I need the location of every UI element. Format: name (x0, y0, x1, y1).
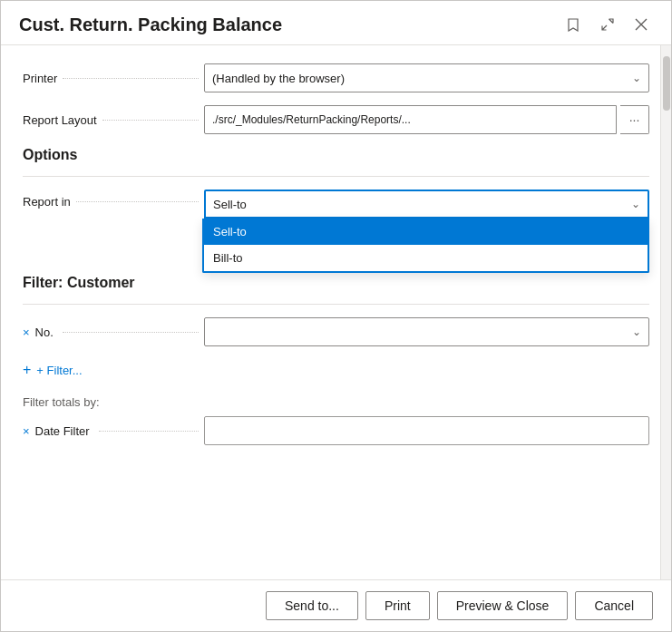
add-filter-icon: + (23, 363, 31, 377)
date-filter-row: × Date Filter (23, 416, 649, 445)
dialog: Cust. Return. Packing Balance (0, 0, 672, 632)
date-filter-input[interactable] (204, 416, 649, 445)
no-filter-chevron-icon: ⌄ (632, 326, 641, 338)
scrollbar-thumb (663, 56, 670, 111)
dotted-separator (99, 431, 199, 432)
preview-close-button[interactable]: Preview & Close (437, 591, 569, 620)
report-in-dropdown-container: Sell-to ⌄ Sell-to Bill-to (204, 190, 649, 219)
dialog-body: Printer (Handled by the browser) ⌄ Repor… (1, 45, 671, 579)
send-to-button[interactable]: Send to... (266, 591, 358, 620)
dotted-separator (76, 201, 199, 202)
report-in-label: Report in (23, 190, 204, 209)
no-filter-label: × No. (23, 326, 204, 339)
options-divider (23, 176, 649, 177)
bookmark-icon[interactable] (560, 14, 586, 35)
print-button[interactable]: Print (365, 591, 430, 620)
report-in-value: Sell-to (213, 198, 247, 211)
dropdown-item-sell-to[interactable]: Sell-to (204, 219, 648, 245)
scrollbar-track[interactable] (660, 45, 671, 579)
dotted-separator (63, 78, 199, 79)
options-section-title: Options (23, 147, 649, 163)
printer-dropdown[interactable]: (Handled by the browser) ⌄ (204, 63, 649, 92)
filter-customer-divider (23, 304, 649, 305)
printer-chevron-icon: ⌄ (632, 72, 641, 84)
no-filter-input[interactable]: ⌄ (204, 317, 649, 346)
expand-icon[interactable] (595, 14, 620, 35)
report-in-chevron-icon: ⌄ (631, 198, 640, 210)
filter-customer-title: Filter: Customer (23, 275, 649, 291)
printer-value: (Handled by the browser) (212, 72, 345, 85)
no-filter-row: × No. ⌄ (23, 317, 649, 346)
dialog-header: Cust. Return. Packing Balance (1, 1, 671, 45)
header-icons (560, 14, 653, 35)
add-filter-button[interactable]: + + Filter... (23, 359, 83, 381)
report-in-dropdown[interactable]: Sell-to ⌄ (204, 190, 649, 219)
report-in-row: Report in Sell-to ⌄ Sell-to Bill-to (23, 190, 649, 219)
report-layout-input[interactable]: ./src/_Modules/ReturnPacking/Reports/... (204, 105, 617, 134)
filter-totals-label: Filter totals by: (23, 395, 649, 409)
printer-row: Printer (Handled by the browser) ⌄ (23, 63, 649, 92)
dotted-separator (102, 120, 199, 121)
cancel-button[interactable]: Cancel (575, 591, 653, 620)
dialog-footer: Send to... Print Preview & Close Cancel (1, 579, 671, 631)
printer-label: Printer (23, 72, 204, 85)
add-filter-label: + Filter... (36, 364, 82, 377)
dropdown-item-bill-to[interactable]: Bill-to (204, 245, 648, 271)
dialog-title: Cust. Return. Packing Balance (19, 15, 282, 35)
close-icon[interactable] (629, 15, 653, 34)
report-layout-ellipsis-button[interactable]: ··· (620, 105, 649, 134)
report-layout-label: Report Layout (23, 113, 204, 127)
date-filter-label: × Date Filter (23, 424, 204, 438)
report-in-dropdown-menu: Sell-to Bill-to (202, 219, 649, 273)
date-filter-remove-icon[interactable]: × (23, 424, 30, 438)
dotted-separator (63, 332, 199, 333)
report-layout-row: Report Layout ./src/_Modules/ReturnPacki… (23, 105, 649, 134)
no-filter-remove-icon[interactable]: × (23, 326, 30, 339)
